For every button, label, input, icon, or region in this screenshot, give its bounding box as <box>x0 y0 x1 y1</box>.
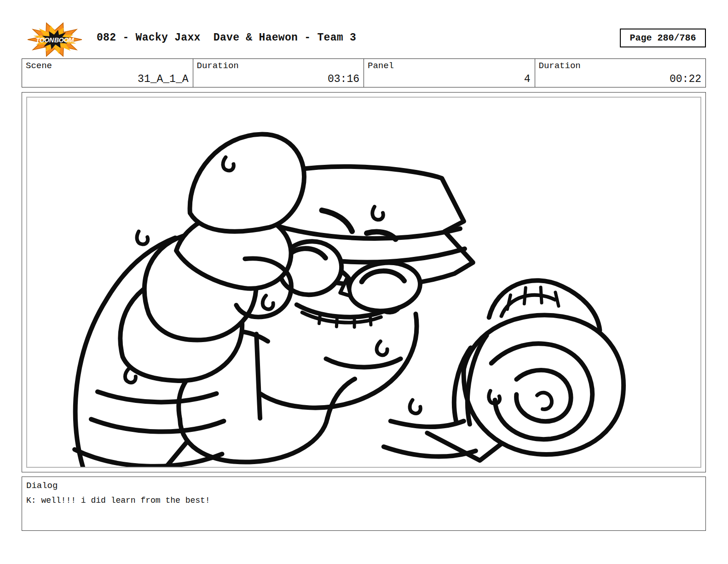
scene-duration-cell: Duration 03:16 <box>193 59 364 87</box>
sketch-lower-lip <box>326 359 400 367</box>
scene-duration-label: Duration <box>197 60 360 71</box>
panel-number-value: 4 <box>524 73 531 86</box>
sweat-drop-icon <box>376 341 388 356</box>
panel-number-label: Panel <box>368 60 531 71</box>
sweat-drop-icon <box>410 400 421 413</box>
sketch-fan-tick-3 <box>541 287 542 303</box>
sketch-chest-crease <box>256 334 260 418</box>
sketch-fan-tick-1 <box>507 295 510 309</box>
sketch-arm-band-2 <box>91 419 224 432</box>
sketch-belly <box>180 419 327 462</box>
scene-value: 31_A_1_A <box>138 73 188 86</box>
panel-duration-value: 00:22 <box>670 73 701 86</box>
page-indicator: Page 280/786 <box>620 29 706 47</box>
storyboard-page: TOONBOOM 082 - Wacky Jaxx Dave & Haewon … <box>0 0 728 564</box>
dialog-text: K: well!!! i did learn from the best! <box>26 494 701 506</box>
page-title: 082 - Wacky Jaxx Dave & Haewon - Team 3 <box>97 32 356 44</box>
sketch-body-right <box>327 379 355 419</box>
sketch-finger-index <box>190 134 304 232</box>
panel-drawing <box>27 98 700 467</box>
scene-duration-value: 03:16 <box>328 73 359 86</box>
dialog-label: Dialog <box>26 480 701 492</box>
sketch-tooth-4 <box>370 318 371 325</box>
panel-duration-cell: Duration 00:22 <box>535 59 706 87</box>
logo-text: TOONBOOM <box>36 36 75 44</box>
sweat-drop-icon <box>262 295 274 309</box>
toon-boom-logo: TOONBOOM <box>26 22 83 57</box>
page-indicator-text: Page 280/786 <box>630 33 696 43</box>
info-row: Scene 31_A_1_A Duration 03:16 Panel 4 Du… <box>22 58 706 87</box>
storyboard-panel-frame <box>26 97 701 468</box>
sketch-fan-tick-2 <box>524 288 526 304</box>
panel-duration-label: Duration <box>539 60 702 71</box>
sketch-forearm-top <box>391 421 464 426</box>
scene-cell: Scene 31_A_1_A <box>22 59 193 87</box>
sketch-tooth-1 <box>319 315 320 324</box>
panel-number-cell: Panel 4 <box>364 59 535 87</box>
dialog-box: Dialog K: well!!! i did learn from the b… <box>22 477 706 531</box>
scene-label: Scene <box>26 60 189 71</box>
storyboard-panel <box>22 92 706 472</box>
sketch-arm-band-1 <box>98 392 217 402</box>
sketch-fan-tick-4 <box>555 292 559 306</box>
sweat-drop-icon <box>136 230 149 245</box>
sketch-tooth-2 <box>336 319 337 327</box>
